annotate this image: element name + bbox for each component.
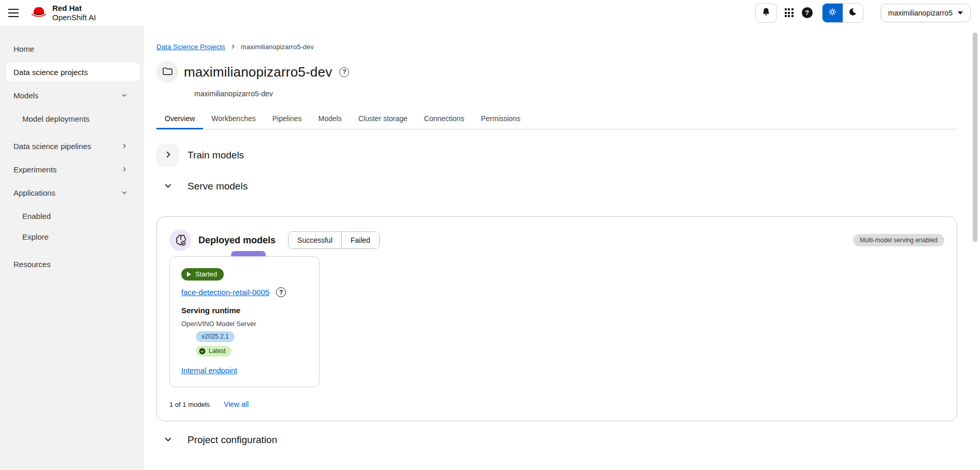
sidebar-item-models[interactable]: Models <box>0 86 140 105</box>
serving-runtime-name: OpenVINO Model Server <box>181 320 308 328</box>
tab-workbenches[interactable]: Workbenches <box>203 109 264 129</box>
filter-failed-button[interactable]: Failed <box>341 232 379 248</box>
moon-icon <box>848 7 857 18</box>
runtime-latest-badge: Latest <box>196 346 232 357</box>
chevron-right-icon <box>164 151 172 160</box>
project-subtitle: maximilianopizarro5-dev <box>194 90 957 98</box>
play-icon <box>187 272 191 277</box>
breadcrumb-link-data-science-projects[interactable]: Data Science Projects <box>156 43 225 51</box>
sidebar-item-label: Explore <box>22 232 49 241</box>
internal-endpoint-link[interactable]: Internal endpoint <box>181 366 237 375</box>
deployed-models-title: Deployed models <box>198 235 276 246</box>
tab-connections[interactable]: Connections <box>416 109 473 129</box>
section-project-configuration: Project configuration <box>156 429 957 451</box>
bell-icon <box>761 7 771 19</box>
brand-name-line1: Red Hat <box>52 4 96 12</box>
breadcrumb: Data Science Projects maximilianopizarro… <box>156 25 957 51</box>
sidebar-item-experiments[interactable]: Experiments <box>0 160 140 179</box>
view-all-link[interactable]: View all <box>224 400 249 408</box>
brand-logo: Red Hat OpenShift AI <box>30 4 96 22</box>
section-title-project-configuration: Project configuration <box>188 434 277 446</box>
filter-successful-button[interactable]: Successful <box>289 232 341 248</box>
scrollbar[interactable] <box>972 28 978 470</box>
tab-pipelines[interactable]: Pipelines <box>264 109 310 129</box>
collapse-serve-models-button[interactable] <box>156 175 179 198</box>
sidebar-item-label: Enabled <box>22 212 51 221</box>
user-menu-button[interactable]: maximilianopizarro5 <box>881 4 971 22</box>
app-launcher-grid-icon <box>785 8 794 17</box>
chevron-down-icon <box>164 182 172 191</box>
model-carousel: Started face-detection-retail-0005 ? Ser… <box>169 256 320 387</box>
chevron-right-icon <box>121 166 127 172</box>
sidebar-item-label: Experiments <box>13 165 56 174</box>
dark-theme-button[interactable] <box>843 4 863 22</box>
sidebar-item-applications[interactable]: Applications <box>0 183 140 202</box>
runtime-version-badge: v2025.2.1 <box>196 331 235 342</box>
tab-bar: Overview Workbenches Pipelines Models Cl… <box>156 109 957 129</box>
page-title: maximilianopizarro5-dev <box>184 64 332 80</box>
light-theme-button[interactable] <box>823 4 843 22</box>
project-help-icon[interactable]: ? <box>339 67 349 77</box>
sidebar-item-data-science-pipelines[interactable]: Data science pipelines <box>0 137 140 155</box>
user-menu-label: maximilianopizarro5 <box>888 9 953 17</box>
sidebar-nav: Home Data science projects Models Model … <box>0 25 144 470</box>
model-status-label: Started <box>195 270 217 278</box>
multi-model-serving-badge: Multi-model serving enabled <box>853 234 944 246</box>
sidebar-item-home[interactable]: Home <box>0 39 140 58</box>
project-avatar <box>156 61 178 83</box>
chevron-right-icon <box>121 143 127 149</box>
sidebar-item-model-deployments[interactable]: Model deployments <box>0 109 140 128</box>
notifications-button[interactable] <box>755 3 777 23</box>
model-card: Started face-detection-retail-0005 ? Ser… <box>169 256 320 387</box>
sidebar-item-label: Home <box>13 45 34 53</box>
sidebar-item-resources[interactable]: Resources <box>0 255 140 273</box>
expand-train-models-button[interactable] <box>156 144 179 167</box>
chevron-down-icon <box>958 11 963 14</box>
chevron-down-icon <box>121 92 127 98</box>
section-title-train-models: Train models <box>188 150 244 161</box>
brain-icon <box>169 229 191 251</box>
folder-icon <box>162 65 174 79</box>
sidebar-item-label: Resources <box>13 260 51 269</box>
main-content: Data Science Projects maximilianopizarro… <box>144 25 980 451</box>
section-train-models: Train models <box>156 144 957 167</box>
tab-permissions[interactable]: Permissions <box>472 109 528 129</box>
sun-icon <box>827 7 838 19</box>
tab-models[interactable]: Models <box>310 109 350 129</box>
help-icon: ? <box>802 7 813 18</box>
model-status-badge[interactable]: Started <box>181 268 224 281</box>
redhat-fedora-icon <box>30 5 48 21</box>
tab-cluster-storage[interactable]: Cluster storage <box>350 109 416 129</box>
app-launcher-button[interactable] <box>777 8 794 17</box>
menu-toggle-icon[interactable] <box>8 9 19 17</box>
tab-overview[interactable]: Overview <box>156 109 203 129</box>
sidebar-item-label: Data science pipelines <box>13 142 91 151</box>
sidebar-item-enabled[interactable]: Enabled <box>0 207 140 225</box>
deployed-models-footer: 1 of 1 models View all <box>169 400 944 408</box>
check-circle-icon <box>199 348 206 355</box>
models-count: 1 of 1 models <box>169 401 210 408</box>
model-name-link[interactable]: face-detection-retail-0005 <box>181 288 269 297</box>
deployed-models-header: Deployed models Successful Failed Multi-… <box>169 229 944 251</box>
model-help-icon[interactable]: ? <box>276 287 286 297</box>
project-title-row: maximilianopizarro5-dev ? <box>156 61 957 83</box>
breadcrumb-separator-icon <box>230 43 236 51</box>
chevron-down-icon <box>164 435 172 445</box>
sidebar-item-label: Applications <box>13 188 55 197</box>
chevron-down-icon <box>121 189 127 196</box>
theme-toggle <box>822 3 863 23</box>
latest-label: Latest <box>209 347 226 355</box>
sidebar-item-label: Data science projects <box>13 68 88 77</box>
collapse-project-configuration-button[interactable] <box>156 429 179 451</box>
sidebar-item-label: Model deployments <box>22 114 90 123</box>
section-title-serve-models: Serve models <box>188 181 248 192</box>
help-button[interactable]: ? <box>794 7 813 18</box>
section-serve-models: Serve models <box>156 175 957 198</box>
serving-runtime-label: Serving runtime <box>181 306 308 315</box>
sidebar-item-data-science-projects[interactable]: Data science projects <box>6 63 140 81</box>
breadcrumb-current: maximilianopizarro5-dev <box>241 43 314 51</box>
sidebar-item-explore[interactable]: Explore <box>0 227 140 246</box>
deployment-filter-toggle: Successful Failed <box>288 231 380 249</box>
deployed-models-card: Deployed models Successful Failed Multi-… <box>156 216 957 421</box>
scrollbar-thumb[interactable] <box>973 33 977 242</box>
